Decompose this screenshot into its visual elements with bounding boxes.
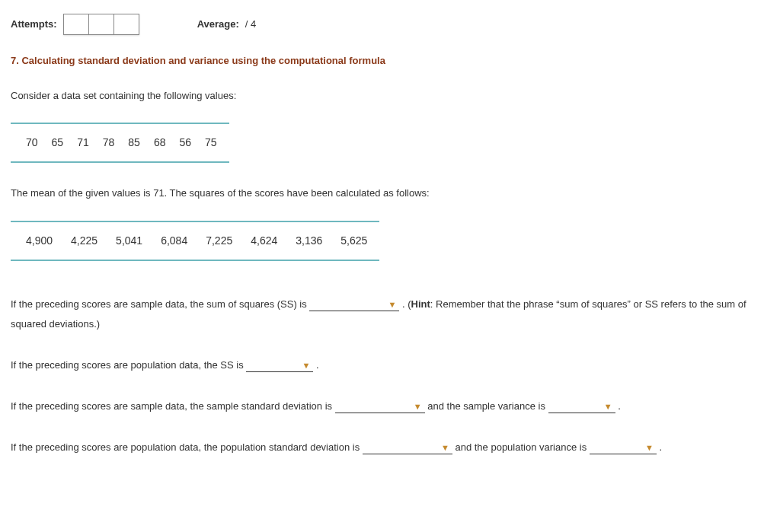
data-value: 65: [52, 135, 64, 151]
square-value: 4,225: [71, 233, 98, 249]
average-label: Average:: [197, 17, 239, 32]
attempt-box-3[interactable]: [114, 14, 139, 34]
average-value: / 4: [245, 17, 256, 32]
chevron-down-icon: ▼: [302, 362, 310, 371]
q4-post: .: [659, 441, 662, 453]
q1-dot: .: [402, 298, 405, 310]
square-value: 6,084: [161, 233, 187, 249]
q4-pre: If the preceding scores are population d…: [11, 441, 363, 453]
q4-mid: and the population variance is: [455, 441, 589, 453]
data-value: 56: [179, 135, 191, 151]
question-line-4: If the preceding scores are population d…: [11, 438, 769, 457]
question-title-text: Calculating standard deviation and varia…: [21, 55, 385, 66]
q2-pre: If the preceding scores are population d…: [11, 359, 246, 371]
question-title: 7. Calculating standard deviation and va…: [11, 53, 769, 68]
squares-row: 4,900 4,225 5,041 6,084 7,225 4,624 3,13…: [11, 221, 379, 261]
sample-stddev-dropdown[interactable]: ▼: [335, 400, 425, 413]
square-value: 5,625: [340, 233, 367, 249]
chevron-down-icon: ▼: [441, 444, 449, 454]
hint-label: Hint: [411, 298, 430, 310]
ss-population-dropdown[interactable]: ▼: [246, 359, 313, 372]
attempt-box-2[interactable]: [89, 14, 114, 34]
data-value: 68: [154, 135, 166, 151]
question-line-1: If the preceding scores are sample data,…: [11, 295, 769, 334]
sample-variance-dropdown[interactable]: ▼: [548, 400, 615, 413]
question-number: 7.: [11, 55, 19, 66]
square-value: 3,136: [296, 233, 322, 249]
data-value: 78: [103, 135, 115, 151]
question-line-2: If the preceding scores are population d…: [11, 355, 769, 375]
chevron-down-icon: ▼: [604, 403, 612, 413]
square-value: 4,624: [251, 233, 277, 249]
data-values-row: 70 65 71 78 85 68 56 75: [11, 123, 229, 163]
question-line-3: If the preceding scores are sample data,…: [11, 397, 769, 416]
chevron-down-icon: ▼: [388, 301, 396, 311]
data-value: 70: [26, 135, 38, 151]
population-variance-dropdown[interactable]: ▼: [590, 441, 657, 454]
square-value: 4,900: [26, 233, 53, 249]
header-row: Attempts: Average: / 4: [11, 14, 769, 35]
chevron-down-icon: ▼: [414, 403, 422, 413]
population-stddev-dropdown[interactable]: ▼: [363, 441, 452, 454]
q3-post: .: [618, 400, 621, 412]
attempts-boxes: [63, 14, 139, 35]
q3-mid: and the sample variance is: [427, 400, 548, 412]
attempts-label: Attempts:: [11, 17, 57, 32]
q2-post: .: [316, 359, 319, 371]
data-value: 85: [128, 135, 140, 151]
q3-pre: If the preceding scores are sample data,…: [11, 400, 335, 412]
data-value: 71: [77, 135, 89, 151]
attempt-box-1[interactable]: [64, 14, 89, 34]
ss-sample-dropdown[interactable]: ▼: [309, 298, 399, 311]
q1-pre: If the preceding scores are sample data,…: [11, 298, 309, 310]
square-value: 5,041: [116, 233, 142, 249]
chevron-down-icon: ▼: [645, 444, 654, 454]
intro-text: Consider a data set containing the follo…: [11, 88, 769, 104]
mean-text: The mean of the given values is 71. The …: [11, 186, 769, 201]
data-value: 75: [205, 135, 217, 151]
square-value: 7,225: [206, 233, 232, 249]
